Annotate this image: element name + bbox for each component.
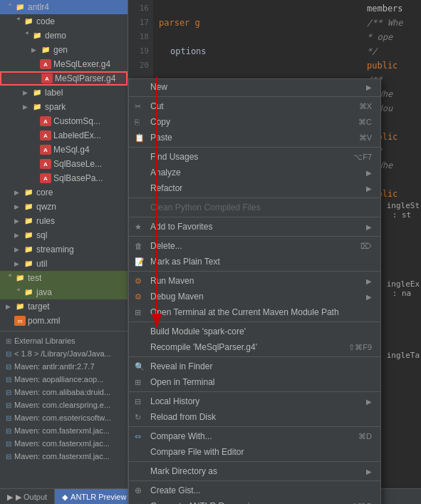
tree-item-streaming[interactable]: ▶ 📁 streaming <box>0 242 128 257</box>
tree-item-sql[interactable]: ▶ 📁 sql <box>0 228 128 242</box>
tree-item-target[interactable]: ▶ 📁 target <box>0 299 128 314</box>
tree-item-mesqllexer[interactable]: ▶ A MeSqlLexer.g4 <box>0 57 128 71</box>
menu-item-mark-plain[interactable]: 📝 Mark as Plain Text <box>129 254 380 269</box>
folder-icon-qwzn: 📁 <box>23 202 34 212</box>
folder-icon-antlr4: 📁 <box>14 2 26 12</box>
github-icon: ⊕ <box>135 485 147 495</box>
tree-item-mesql-g4[interactable]: ▶ A MeSql.g4 <box>0 143 128 157</box>
tree-item-gen[interactable]: ▶ 📁 gen <box>0 43 128 57</box>
copy-icon: ⎘ <box>135 118 147 126</box>
tree-item-core[interactable]: ▶ 📁 core <box>0 185 128 200</box>
arrow-mesqlparser: ▶ <box>33 75 41 82</box>
menu-item-reload-disk[interactable]: ↻ Reload from Disk <box>129 409 380 425</box>
menu-label-compare-with: Compare With... <box>150 431 347 441</box>
arrow-label: ▶ <box>23 89 31 96</box>
debug-maven-icon: ⚙ <box>135 292 147 302</box>
menu-item-find-usages[interactable]: Find Usages ⌥F7 <box>129 149 380 165</box>
ext-lib-esoteric1[interactable]: ⊟ Maven: com.esotericsoftw... <box>0 411 128 424</box>
tree-label-target: target <box>28 302 50 312</box>
g4-icon-mesql: A <box>40 145 51 155</box>
folder-icon-rules: 📁 <box>23 216 34 226</box>
menu-item-paste[interactable]: 📋 Paste ⌘V <box>129 130 380 145</box>
menu-item-open-terminal-maven[interactable]: ⊞ Open Terminal at the Current Maven Mod… <box>129 304 380 320</box>
tree-item-customsq[interactable]: ▶ A CustomSq... <box>0 114 128 128</box>
g4-icon-mesqllexer: A <box>40 59 51 69</box>
tree-item-demo[interactable]: ▾ 📁 demo <box>0 29 128 43</box>
tree-item-test[interactable]: ▾ 📁 test <box>0 271 128 285</box>
menu-item-mark-directory[interactable]: Mark Directory as ▶ <box>129 463 380 479</box>
arrow-java: ▾ <box>15 288 22 297</box>
separator-9 <box>129 391 380 392</box>
menu-item-open-terminal[interactable]: ⊞ Open in Terminal <box>129 374 380 390</box>
ext-lib-fasterxml1[interactable]: ⊟ Maven: com.fasterxml.jac... <box>0 424 128 437</box>
ext-lib-aop[interactable]: ⊟ Maven: aopalliance:aop... <box>0 373 128 386</box>
menu-item-cut[interactable]: ✂ Cut ⌘X <box>129 98 380 114</box>
tree-label-spark: spark <box>45 102 66 112</box>
menu-label-cut: Cut <box>150 101 348 111</box>
menu-item-add-favorites[interactable]: ★ Add to Favorites ▶ <box>129 219 380 235</box>
tree-item-spark[interactable]: ▶ 📁 spark <box>0 100 128 114</box>
folder-icon-demo: 📁 <box>31 31 43 41</box>
ext-lib-fasterxml3[interactable]: ⊟ Maven: com.fasterxml.jac... <box>0 450 128 463</box>
external-libraries-header: ⊞ External Libraries <box>0 334 128 347</box>
ext-lib-esoteric1-label: Maven: com.esotericsoftw... <box>14 413 111 422</box>
arrow-rules: ▶ <box>14 217 23 225</box>
menu-item-refactor[interactable]: Refactor ▶ <box>129 180 380 196</box>
tree-item-rules[interactable]: ▶ 📁 rules <box>0 214 128 228</box>
menu-item-new[interactable]: New ▶ <box>129 79 380 95</box>
tree-item-sqlbasepa[interactable]: ▶ A SqlBasePa... <box>0 171 128 185</box>
tab-antlr-preview[interactable]: ◆ ANTLR Preview <box>55 489 134 505</box>
tree-item-mesqlparser[interactable]: ▶ A MeSqlParser.g4 <box>0 71 128 86</box>
folder-icon-label: 📁 <box>31 88 43 98</box>
tree-item-labeledex[interactable]: ▶ A LabeledEx... <box>0 128 128 143</box>
menu-label-paste: Paste <box>150 133 348 143</box>
tree-item-sqlbasele[interactable]: ▶ A SqlBaseLe... <box>0 157 128 171</box>
arrow-pom: ▶ <box>6 317 14 324</box>
generate-antlr-icon: ⊞ <box>135 502 147 505</box>
menu-label-run-maven: Run Maven <box>150 276 360 286</box>
menu-item-generate-antlr[interactable]: ⊞ Generate ANTLR Recognizer ⇧⌘G <box>129 498 380 504</box>
code-snippet-inglex: ingleEx : na <box>385 278 421 299</box>
tree-item-antlr4[interactable]: ▾ 📁 antlr4 <box>0 0 128 14</box>
menu-item-build-module[interactable]: Build Module 'spark-core' <box>129 324 380 339</box>
tree-item-label[interactable]: ▶ 📁 label <box>0 86 128 100</box>
menu-item-local-history[interactable]: ⊟ Local History ▶ <box>129 394 380 409</box>
ext-lib-fasterxml1-label: Maven: com.fasterxml.jac... <box>14 426 110 435</box>
folder-icon-spark: 📁 <box>31 102 43 112</box>
menu-item-reveal-finder[interactable]: 🔍 Reveal in Finder <box>129 359 380 374</box>
ext-lib-clearspring-label: Maven: com.clearspring.e... <box>14 401 110 409</box>
tree-label-label: label <box>45 88 63 98</box>
menu-item-create-gist[interactable]: ⊕ Create Gist... <box>129 483 380 498</box>
ext-lib-fasterxml2[interactable]: ⊟ Maven: com.fasterxml.jac... <box>0 437 128 450</box>
line-num-18: 18 <box>128 30 153 44</box>
ext-lib-antlr[interactable]: ⊟ Maven: antlr:antlr:2.7.7 <box>0 360 128 373</box>
menu-item-analyze[interactable]: Analyze ▶ <box>129 165 380 180</box>
arrow-antlr4: ▾ <box>6 3 14 11</box>
tree-item-qwzn[interactable]: ▶ 📁 qwzn <box>0 200 128 214</box>
arrow-labeledex: ▶ <box>31 132 40 139</box>
menu-item-compare-editor[interactable]: Compare File with Editor <box>129 444 380 460</box>
context-menu: New ▶ ✂ Cut ⌘X ⎘ Copy ⌘C 📋 Paste ⌘V Find… <box>128 78 381 504</box>
java-icon-customsq: A <box>40 116 51 126</box>
menu-label-find-usages: Find Usages <box>150 152 342 162</box>
menu-item-delete[interactable]: 🗑 Delete... ⌦ <box>129 238 380 254</box>
menu-item-recompile[interactable]: Recompile 'MeSqlParser.g4' ⇧⌘F9 <box>129 339 380 355</box>
menu-item-run-maven[interactable]: ⚙ Run Maven ▶ <box>129 273 380 289</box>
ext-lib-jdk[interactable]: ⊟ < 1.8 > /Library/Java/Java... <box>0 347 128 360</box>
arrow-spark: ▶ <box>23 103 31 110</box>
menu-item-copy[interactable]: ⎘ Copy ⌘C <box>129 114 380 130</box>
delete-icon: 🗑 <box>135 242 147 250</box>
menu-item-debug-maven[interactable]: ⚙ Debug Maven ▶ <box>129 289 380 304</box>
ext-lib-alibaba[interactable]: ⊟ Maven: com.alibaba:druid... <box>0 386 128 398</box>
menu-item-compare-with[interactable]: ⇔ Compare With... ⌘D <box>129 428 380 444</box>
ext-lib-clearspring[interactable]: ⊟ Maven: com.clearspring.e... <box>0 398 128 411</box>
arrow-mesql-g4: ▶ <box>31 146 40 153</box>
tree-item-pom[interactable]: ▶ m pom.xml <box>0 314 128 328</box>
tab-output[interactable]: ▶ ▶ Output <box>0 489 55 505</box>
tree-item-util[interactable]: ▶ 📁 util <box>0 257 128 271</box>
ext-lib-jdk-label: < 1.8 > /Library/Java/Java... <box>14 349 111 358</box>
folder-icon-streaming: 📁 <box>23 245 34 254</box>
tree-item-java[interactable]: ▾ 📁 java <box>0 285 128 299</box>
tree-item-code[interactable]: ▾ 📁 code <box>0 14 128 29</box>
arrow-qwzn: ▶ <box>14 203 23 210</box>
